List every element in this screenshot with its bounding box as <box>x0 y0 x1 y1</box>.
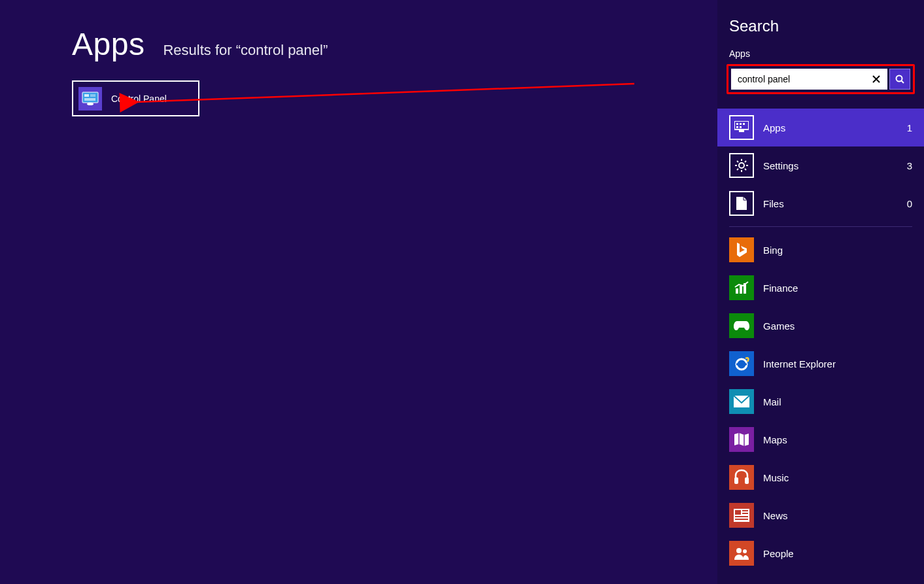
mail-icon <box>729 389 754 414</box>
category-label: Apps <box>763 122 907 133</box>
category-count: 0 <box>907 198 912 209</box>
provider-finance[interactable]: Finance <box>717 269 924 307</box>
svg-rect-25 <box>740 286 742 294</box>
svg-rect-3 <box>84 98 95 101</box>
close-icon <box>872 75 880 83</box>
category-files[interactable]: Files 0 <box>717 184 924 222</box>
provider-ie[interactable]: Internet Explorer <box>717 345 924 383</box>
provider-label: Games <box>763 320 912 332</box>
svg-rect-12 <box>736 126 738 128</box>
search-sidebar: Search Apps <box>717 0 924 584</box>
svg-rect-14 <box>739 130 744 132</box>
page-title: Apps <box>72 26 145 62</box>
control-panel-icon <box>78 87 102 111</box>
svg-line-23 <box>737 169 738 170</box>
svg-rect-31 <box>734 477 738 484</box>
provider-label: News <box>763 510 912 521</box>
svg-rect-9 <box>736 123 738 125</box>
svg-point-6 <box>897 76 902 82</box>
svg-rect-34 <box>735 510 741 515</box>
svg-rect-13 <box>740 126 742 128</box>
category-list: Apps 1 Settings 3 <box>717 109 924 222</box>
svg-point-39 <box>736 548 742 553</box>
svg-rect-36 <box>742 513 748 514</box>
music-icon <box>729 465 754 490</box>
results-header: Apps Results for “control panel” <box>72 26 717 62</box>
games-icon <box>729 313 754 338</box>
provider-maps[interactable]: Maps <box>717 421 924 458</box>
category-count: 1 <box>907 122 912 133</box>
svg-line-20 <box>737 161 738 162</box>
svg-line-22 <box>745 161 746 162</box>
provider-games[interactable]: Games <box>717 307 924 345</box>
provider-label: Music <box>763 472 912 483</box>
results-subtitle: Results for “control panel” <box>163 42 328 59</box>
people-icon <box>729 541 754 566</box>
search-provider-list: Bing Finance Games Internet Explorer Mai… <box>717 231 924 572</box>
svg-rect-11 <box>743 123 745 125</box>
bing-icon <box>729 237 754 262</box>
svg-point-15 <box>739 163 744 168</box>
category-apps[interactable]: Apps 1 <box>717 109 924 146</box>
search-row <box>731 69 910 90</box>
provider-label: Bing <box>763 245 912 256</box>
svg-rect-24 <box>736 288 738 294</box>
provider-news[interactable]: News <box>717 496 924 534</box>
svg-rect-32 <box>745 477 749 484</box>
provider-label: People <box>763 548 912 559</box>
provider-mail[interactable]: Mail <box>717 383 924 421</box>
files-icon <box>729 191 754 216</box>
svg-rect-1 <box>84 94 89 97</box>
svg-line-5 <box>136 84 634 102</box>
results-pane: Apps Results for “control panel” Control… <box>0 0 717 584</box>
category-label: Files <box>763 198 907 209</box>
svg-rect-0 <box>82 92 98 103</box>
svg-rect-10 <box>740 123 742 125</box>
settings-icon <box>729 153 754 178</box>
category-count: 3 <box>907 160 912 171</box>
sidebar-divider <box>729 226 912 227</box>
provider-label: Internet Explorer <box>763 358 912 369</box>
search-button[interactable] <box>889 69 910 90</box>
svg-rect-38 <box>735 519 748 520</box>
category-settings[interactable]: Settings 3 <box>717 146 924 184</box>
result-tile-label: Control Panel <box>111 94 167 104</box>
search-input[interactable] <box>738 74 869 84</box>
provider-people[interactable]: People <box>717 534 924 572</box>
svg-point-40 <box>743 549 747 553</box>
apps-icon <box>729 115 754 140</box>
news-icon <box>729 503 754 528</box>
provider-bing[interactable]: Bing <box>717 231 924 269</box>
sidebar-title: Search <box>717 17 924 35</box>
search-box-highlight <box>727 64 915 94</box>
finance-icon <box>729 275 754 300</box>
provider-label: Maps <box>763 434 912 445</box>
provider-music[interactable]: Music <box>717 458 924 496</box>
svg-rect-37 <box>735 516 748 517</box>
svg-point-4 <box>87 103 94 105</box>
category-label: Settings <box>763 160 907 171</box>
provider-label: Mail <box>763 396 912 407</box>
svg-rect-2 <box>90 94 95 97</box>
search-icon <box>895 74 905 84</box>
result-tile-control-panel[interactable]: Control Panel <box>72 80 199 116</box>
svg-rect-8 <box>734 121 749 129</box>
ie-icon <box>729 351 754 376</box>
clear-search-button[interactable] <box>869 75 883 83</box>
svg-rect-35 <box>742 510 748 511</box>
provider-label: Finance <box>763 283 912 294</box>
search-scope-label: Apps <box>717 48 924 59</box>
svg-line-7 <box>902 81 904 84</box>
search-input-container <box>731 69 887 90</box>
svg-line-21 <box>745 169 746 170</box>
maps-icon <box>729 427 754 452</box>
